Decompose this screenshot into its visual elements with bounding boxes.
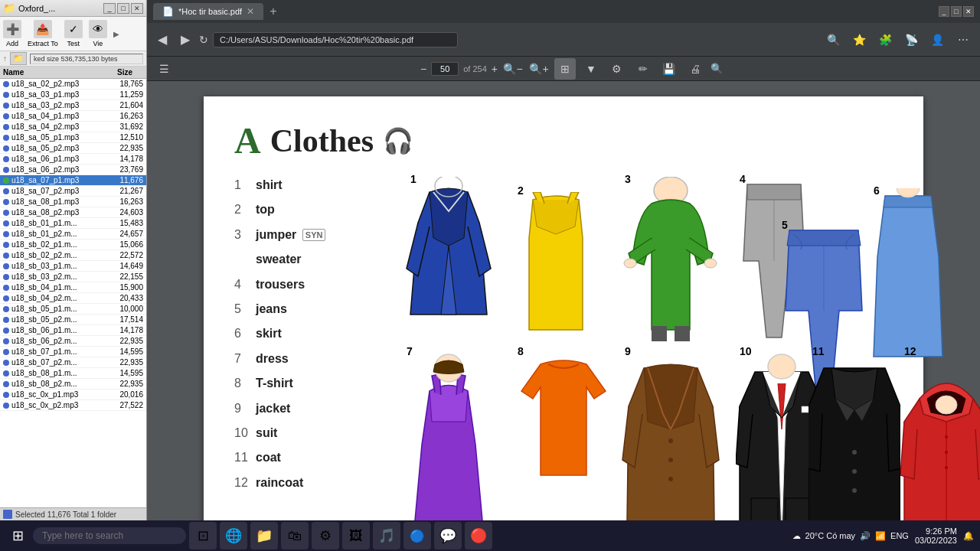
profile-tool[interactable]: 👤 (926, 29, 948, 51)
file-item[interactable]: u18_sa_05_p1.mp312,510 (0, 132, 146, 143)
extract-to-button[interactable]: 📤 Extract To (28, 20, 58, 47)
maximize-button[interactable]: □ (117, 3, 129, 14)
file-item[interactable]: u18_sa_02_p2.mp318,765 (0, 79, 146, 90)
oxford-title: 📁 Oxford_... (3, 2, 55, 14)
file-item[interactable]: u18_sb_03_p2.m...22,155 (0, 272, 146, 282)
pdf-tab-close[interactable]: ✕ (247, 6, 254, 17)
zoom-in-btn[interactable]: 🔍+ (528, 58, 550, 80)
file-item[interactable]: u18_sb_07_p2.m...22,935 (0, 357, 146, 368)
photos-app[interactable]: 🖼 (342, 522, 370, 549)
file-item[interactable]: u18_sa_08_p2.mp324,603 (0, 207, 146, 218)
file-item[interactable]: u18_sb_02_p1.m...15,066 (0, 240, 146, 250)
pdf-close-button[interactable]: ✕ (963, 6, 974, 17)
test-button[interactable]: ✓ Test (64, 20, 83, 47)
nav-up-arrow[interactable]: ↑ (3, 54, 7, 63)
draw-btn[interactable]: ✏ (632, 58, 654, 80)
file-item[interactable]: u18_sa_03_p1.mp311,259 (0, 90, 146, 100)
file-item[interactable]: u18_sb_01_p1.m...15,483 (0, 218, 146, 229)
file-item[interactable]: u18_sb_08_p1.m...14,595 (0, 368, 146, 379)
chrome-app[interactable]: 🔵 (403, 522, 431, 549)
file-item[interactable]: u18_sb_05_p2.m...17,514 (0, 315, 146, 325)
file-item[interactable]: u18_sb_04_p1.m...15,900 (0, 282, 146, 293)
file-item[interactable]: u18_sc_0x_p1.mp320,016 (0, 390, 146, 400)
taskbar-search[interactable] (33, 527, 186, 544)
file-item[interactable]: u18_sa_04_p1.mp316,263 (0, 111, 146, 122)
file-item[interactable]: u18_sb_08_p2.m...22,935 (0, 379, 146, 390)
file-item[interactable]: u18_sb_02_p2.m...22,572 (0, 250, 146, 261)
file-item[interactable]: u18_sb_05_p1.m...10,000 (0, 304, 146, 315)
pdf-page-container[interactable]: A Clothes 🎧 1shirt2top3jumper SYNsweater… (147, 81, 980, 520)
clothes-list-item: 1shirt (234, 177, 387, 194)
syn-badge: SYN (302, 229, 326, 241)
file-item[interactable]: u18_sa_08_p1.mp316,263 (0, 197, 146, 207)
pdf-tab[interactable]: 📄 *Hoc tir basic.pdf ✕ (153, 3, 263, 20)
file-item[interactable]: u18_sb_04_p2.m...20,433 (0, 293, 146, 304)
more-arrow[interactable]: ▶ (113, 30, 119, 38)
pdf-reload-button[interactable]: ↻ (199, 34, 208, 46)
img-label-7: 7 (407, 345, 413, 357)
file-item[interactable]: u18_sa_07_p1.mp311,676 (0, 175, 146, 186)
status-text: Selected 11,676 Total 1 folder (15, 510, 116, 519)
more-options-tool[interactable]: ⋯ (952, 29, 974, 51)
minimize-button[interactable]: _ (103, 3, 116, 14)
add-button[interactable]: ➕ Add (3, 20, 21, 47)
sync-tool[interactable]: 📡 (900, 29, 922, 51)
img-label-1: 1 (410, 173, 416, 185)
file-item[interactable]: u18_sa_06_p2.mp323,769 (0, 165, 146, 175)
file-item[interactable]: u18_sb_01_p2.m...24,657 (0, 229, 146, 240)
svg-point-4 (704, 259, 717, 268)
app7[interactable]: 💬 (434, 522, 462, 549)
save-btn[interactable]: 💾 (658, 58, 680, 80)
pdf-address-bar[interactable] (213, 32, 458, 47)
new-tab-button[interactable]: + (270, 5, 276, 18)
clothing-item-3: 3 (621, 177, 736, 353)
bookmark-tool[interactable]: ⭐ (848, 29, 870, 51)
settings-app[interactable]: ⚙ (312, 522, 339, 549)
pdf-back-button[interactable]: ◀ (153, 31, 172, 48)
file-item[interactable]: u18_sb_06_p2.m...22,935 (0, 336, 146, 347)
filter-btn[interactable]: ▼ (580, 58, 602, 80)
file-item[interactable]: u18_sb_03_p1.m...14,649 (0, 261, 146, 272)
pdf-maximize-button[interactable]: □ (951, 6, 962, 17)
store-app[interactable]: 🛍 (281, 522, 309, 549)
task-view-app[interactable]: ⊡ (189, 522, 217, 549)
page-minus-button[interactable]: − (420, 63, 426, 75)
page-plus-button[interactable]: + (492, 63, 498, 75)
start-button[interactable]: ⊞ (6, 524, 30, 547)
zoom-out-btn[interactable]: 🔍− (502, 58, 524, 80)
file-item[interactable]: u18_sa_07_p2.mp321,267 (0, 186, 146, 197)
search-btn[interactable]: 🔍 (710, 63, 723, 74)
pdf-sidebar-toggle[interactable]: ☰ (159, 63, 169, 75)
file-list[interactable]: u18_sa_02_p2.mp318,765u18_sa_03_p1.mp311… (0, 79, 146, 507)
close-button[interactable]: ✕ (131, 3, 143, 14)
page-number-input[interactable] (431, 62, 459, 76)
view-mode-btn[interactable]: ⊞ (554, 58, 576, 80)
app8[interactable]: 🔴 (465, 522, 492, 549)
file-item[interactable]: u18_sa_03_p2.mp321,604 (0, 100, 146, 111)
extensions-tool[interactable]: 🧩 (874, 29, 896, 51)
pdf-page: A Clothes 🎧 1shirt2top3jumper SYNsweater… (204, 96, 923, 520)
page-settings-btn[interactable]: ⚙ (606, 58, 628, 80)
file-item[interactable]: u18_sb_06_p1.m...14,178 (0, 325, 146, 336)
img-label-3: 3 (625, 173, 631, 185)
edge-app[interactable]: 🌐 (220, 522, 247, 549)
clothing-item-2: 2 (514, 192, 613, 345)
notification-icon[interactable]: 🔔 (963, 531, 974, 541)
pdf-forward-button[interactable]: ▶ (176, 31, 194, 48)
print-btn[interactable]: 🖨 (684, 58, 706, 80)
svg-point-23 (936, 396, 957, 414)
clothes-list-item: 7dress (234, 350, 387, 367)
pdf-minimize-button[interactable]: _ (939, 6, 949, 17)
zoom-in-tool[interactable]: 🔍 (822, 29, 844, 51)
file-item[interactable]: u18_sa_04_p2.mp331,692 (0, 122, 146, 132)
file-item[interactable]: u18_sc_0x_p2.mp327,522 (0, 400, 146, 411)
view-button[interactable]: 👁 Vie (89, 20, 107, 47)
volume-icon[interactable]: 🔊 (860, 531, 871, 541)
file-item[interactable]: u18_sa_05_p2.mp322,935 (0, 143, 146, 154)
explorer-app[interactable]: 📁 (250, 522, 278, 549)
svg-point-15 (768, 354, 795, 379)
network-icon[interactable]: 📶 (875, 531, 886, 541)
file-item[interactable]: u18_sb_07_p1.m...14,595 (0, 347, 146, 357)
app5[interactable]: 🎵 (373, 522, 400, 549)
file-item[interactable]: u18_sa_06_p1.mp314,178 (0, 154, 146, 165)
